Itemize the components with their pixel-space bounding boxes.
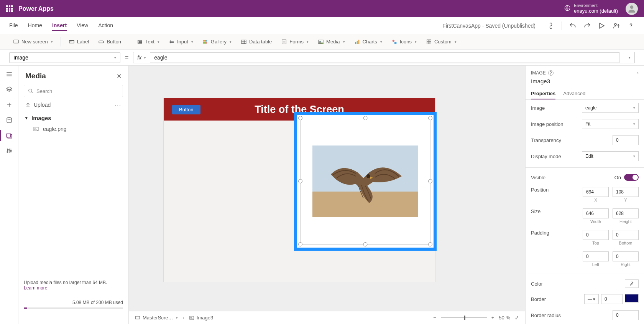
prop-color-picker[interactable] bbox=[625, 279, 639, 288]
canvas-button-control[interactable]: Button bbox=[172, 105, 200, 114]
canvas-screen[interactable]: Button Title of the Screen bbox=[163, 98, 435, 282]
media-search-input[interactable]: Search bbox=[24, 85, 123, 97]
tree-view-icon[interactable] bbox=[5, 70, 13, 78]
prop-border-width[interactable]: 0 bbox=[601, 294, 623, 304]
upload-button[interactable]: Upload bbox=[25, 102, 51, 108]
close-icon[interactable]: ✕ bbox=[117, 73, 122, 80]
redo-icon[interactable] bbox=[583, 22, 591, 30]
svg-rect-16 bbox=[355, 42, 356, 44]
prop-padding-right[interactable]: 0 bbox=[613, 251, 639, 261]
prop-image-select[interactable]: eagle▾ bbox=[582, 103, 639, 113]
new-screen-button[interactable]: New screen▾ bbox=[9, 37, 57, 46]
breadcrumb-screen[interactable]: MasterScre… ▾ bbox=[135, 315, 178, 321]
images-group-header[interactable]: ▾ Images bbox=[18, 112, 128, 124]
charts-button[interactable]: Charts▾ bbox=[350, 37, 386, 46]
equals-sign: = bbox=[125, 54, 128, 61]
gallery-button[interactable]: Gallery▾ bbox=[199, 37, 235, 46]
eagle-image bbox=[312, 145, 418, 217]
fit-screen-icon[interactable]: ⤢ bbox=[515, 315, 519, 321]
prop-padding-bottom[interactable]: 0 bbox=[613, 230, 639, 240]
input-button[interactable]: Input▾ bbox=[165, 37, 197, 46]
media-button[interactable]: Media▾ bbox=[314, 37, 348, 46]
fx-icon[interactable]: fx ▾ bbox=[137, 55, 146, 61]
info-icon[interactable]: ? bbox=[548, 70, 554, 76]
prop-border-radius-input[interactable]: 0 bbox=[613, 310, 639, 320]
insert-icon[interactable] bbox=[5, 101, 13, 109]
help-icon[interactable] bbox=[627, 22, 635, 30]
media-file-item[interactable]: eagle.png bbox=[18, 124, 128, 134]
learn-more-link[interactable]: Learn more bbox=[24, 285, 47, 291]
resize-handle[interactable] bbox=[298, 179, 302, 183]
canvas-area: Button Title of the Screen bbox=[129, 66, 525, 324]
control-name[interactable]: Image3 bbox=[526, 78, 644, 88]
prop-transparency-input[interactable]: 0 bbox=[613, 135, 639, 145]
button-button[interactable]: Button bbox=[94, 37, 125, 46]
prop-border-color[interactable] bbox=[625, 294, 639, 303]
prop-display-mode-select[interactable]: Edit▾ bbox=[582, 151, 639, 161]
property-selector[interactable]: Image ▾ bbox=[9, 52, 120, 63]
tab-advanced[interactable]: Advanced bbox=[563, 88, 585, 99]
svg-rect-5 bbox=[99, 41, 104, 43]
media-footer: Upload media files no larger than 64 MB.… bbox=[24, 280, 123, 309]
preview-icon[interactable] bbox=[598, 22, 606, 30]
resize-handle[interactable] bbox=[298, 116, 302, 120]
prop-x-input[interactable]: 694 bbox=[583, 187, 609, 197]
text-button[interactable]: abc Text▾ bbox=[133, 37, 163, 46]
prop-label-size: Size bbox=[531, 208, 540, 214]
menu-home[interactable]: Home bbox=[28, 21, 42, 31]
svg-rect-20 bbox=[394, 42, 396, 44]
undo-icon[interactable] bbox=[569, 22, 577, 30]
prop-visible-toggle[interactable] bbox=[624, 174, 639, 181]
prop-height-input[interactable]: 628 bbox=[613, 208, 639, 218]
prop-y-input[interactable]: 108 bbox=[613, 187, 639, 197]
prop-padding-left[interactable]: 0 bbox=[583, 251, 609, 261]
resize-handle[interactable] bbox=[428, 242, 432, 246]
layers-icon[interactable] bbox=[5, 86, 13, 93]
zoom-in-button[interactable]: + bbox=[491, 315, 495, 321]
more-icon[interactable]: ··· bbox=[115, 102, 122, 108]
selected-image-control[interactable] bbox=[294, 112, 437, 251]
media-rail-icon[interactable] bbox=[5, 132, 13, 139]
menu-file[interactable]: File bbox=[9, 21, 18, 31]
resize-handle[interactable] bbox=[363, 242, 368, 246]
svg-rect-36 bbox=[136, 316, 140, 319]
menu-insert[interactable]: Insert bbox=[52, 21, 67, 31]
prop-image-position-select[interactable]: Fit▾ bbox=[582, 119, 639, 129]
svg-rect-9 bbox=[205, 40, 207, 41]
label-button[interactable]: Label bbox=[65, 37, 93, 46]
prop-label-transparency: Transparency bbox=[531, 137, 561, 143]
user-avatar[interactable] bbox=[626, 3, 638, 15]
environment-selector[interactable]: Environment enayu.com (default) bbox=[564, 3, 618, 14]
custom-button[interactable]: Custom▾ bbox=[422, 37, 460, 46]
share-icon[interactable] bbox=[613, 22, 620, 30]
svg-rect-13 bbox=[282, 40, 286, 44]
data-table-button[interactable]: Data table bbox=[237, 37, 276, 46]
prop-width-input[interactable]: 646 bbox=[583, 208, 609, 218]
zoom-out-button[interactable]: − bbox=[433, 315, 436, 321]
resize-handle[interactable] bbox=[298, 242, 302, 246]
gallery-icon bbox=[202, 39, 209, 45]
menu-view[interactable]: View bbox=[77, 21, 88, 31]
custom-icon bbox=[426, 39, 432, 45]
zoom-slider[interactable] bbox=[441, 317, 487, 318]
app-checker-icon[interactable] bbox=[547, 22, 555, 30]
tab-properties[interactable]: Properties bbox=[531, 88, 555, 99]
search-icon bbox=[28, 88, 33, 94]
chevron-right-icon[interactable]: › bbox=[637, 70, 639, 76]
waffle-icon[interactable] bbox=[6, 5, 13, 12]
icons-button[interactable]: Icons▾ bbox=[388, 37, 421, 46]
prop-padding-top[interactable]: 0 bbox=[583, 230, 609, 240]
advanced-tools-icon[interactable] bbox=[5, 147, 13, 155]
resize-handle[interactable] bbox=[428, 179, 432, 183]
icons-icon bbox=[391, 39, 398, 45]
formula-input[interactable]: eagle bbox=[150, 52, 619, 63]
canvas-content[interactable]: Button Title of the Screen bbox=[129, 66, 525, 311]
data-icon[interactable] bbox=[5, 116, 13, 124]
breadcrumb-control[interactable]: Image3 bbox=[189, 315, 213, 321]
prop-border-style[interactable]: — ▾ bbox=[584, 294, 599, 304]
forms-button[interactable]: Forms▾ bbox=[277, 37, 312, 46]
resize-handle[interactable] bbox=[428, 116, 432, 120]
formula-expand-icon[interactable]: ▾ bbox=[625, 56, 634, 60]
menu-action[interactable]: Action bbox=[98, 21, 113, 31]
resize-handle[interactable] bbox=[363, 116, 368, 120]
